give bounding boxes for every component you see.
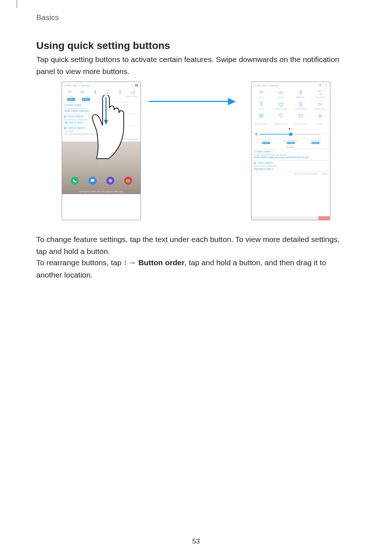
torch-toggle-icon[interactable] [258, 105, 264, 107]
page-border-stub [17, 0, 17, 8]
wifi-icon[interactable] [67, 90, 72, 95]
flight-mode-icon[interactable] [130, 90, 135, 95]
notification-android-system[interactable]: ◧ Android System ⌄ SD card For transferr… [62, 126, 140, 137]
location-toggle-icon[interactable] [317, 116, 323, 119]
wifi-toggle-icon[interactable] [258, 93, 264, 96]
heading-using-quick-settings: Using quick setting buttons [36, 40, 170, 52]
svg-line-22 [255, 133, 256, 134]
section-label: Basics [36, 13, 59, 22]
svg-point-26 [124, 260, 126, 262]
svg-point-8 [326, 86, 326, 87]
svg-point-7 [326, 85, 326, 86]
page-number: 53 [0, 537, 392, 545]
svg-line-23 [257, 135, 257, 135]
bluetooth-toggle-icon[interactable] [298, 93, 303, 96]
svg-point-27 [124, 262, 126, 263]
svg-point-17 [256, 134, 257, 135]
camera-app-icon[interactable] [124, 177, 132, 185]
svg-point-5 [320, 85, 321, 86]
notification-smart-capture[interactable]: ◧ Smart capture ⌄ Screenshot captured Ta… [62, 114, 140, 125]
sim-data-label: Mobile data [124, 95, 139, 101]
clear-notifications-link[interactable]: CLEAR [321, 173, 328, 175]
emergency-calls-label: Emergency calls only | Emergency calls o… [62, 190, 140, 193]
more-options-icon [124, 257, 127, 269]
svg-rect-11 [260, 114, 263, 117]
paragraph-rearrange: To rearrange buttons, tap → Button order… [36, 257, 352, 281]
notification-smart-capture[interactable]: ◧ Smart capture ⌄ Screenshot captured Ta… [252, 160, 330, 172]
mobile-data-toggle-icon[interactable] [317, 105, 323, 107]
paragraph-intro: Tap quick setting buttons to activate ce… [36, 54, 352, 77]
notification-smart-switch[interactable]: S Smart Switch ⌄ Copy content from old d… [252, 149, 330, 160]
swipe-result-arrow-icon [149, 99, 236, 104]
browser-app-icon[interactable] [106, 177, 114, 185]
settings-gear-icon[interactable] [318, 83, 322, 87]
settings-gear-icon[interactable] [135, 83, 138, 87]
figure-quick-settings-swipe: 12:36 | Sun, 1 January CallsB SIM 1 Text… [62, 82, 330, 225]
svg-line-24 [257, 133, 257, 134]
notification-smart-switch[interactable]: S Smart Switch ⌄ Copy content from … Sma… [62, 103, 140, 114]
auto-rotate-toggle-icon[interactable] [317, 93, 323, 96]
statusbar-time: 12:36 | Sun, 1 January [254, 84, 318, 87]
sim-texts-label: TextB SIM 1 [79, 95, 94, 101]
more-options-icon[interactable] [324, 83, 328, 87]
svg-point-28 [124, 264, 126, 265]
sim-calls-label: CallsB SIM 1 [64, 95, 79, 101]
block-notifications-link[interactable]: BLOCK NOTIFICATIONS [295, 173, 317, 175]
block-notifications-link[interactable]: BLOCK NOTIFICATIONS [62, 137, 140, 141]
svg-line-25 [255, 135, 256, 135]
performance-mode-toggle-icon[interactable] [258, 116, 264, 119]
phone-mock-quick-settings-expanded: 12:36 | Sun, 1 January Wi-Fi Vibrate Blu… [251, 82, 330, 220]
sim-panel-handle[interactable] [252, 145, 330, 149]
phone-app-icon[interactable] [71, 177, 79, 185]
svg-point-6 [326, 84, 326, 85]
do-not-disturb-toggle-icon[interactable] [298, 116, 303, 119]
statusbar-time: 12:36 | Sun, 1 January [64, 84, 135, 87]
svg-point-2 [127, 180, 128, 181]
power-saving-toggle-icon[interactable] [298, 105, 303, 107]
svg-rect-12 [261, 115, 262, 116]
messages-app-icon[interactable] [89, 177, 97, 185]
brightness-slider[interactable] [252, 131, 330, 138]
page-indicator: ● ○ [252, 126, 330, 131]
auto-rotate-icon[interactable] [105, 90, 110, 95]
u-disk-toggle-icon[interactable] [278, 116, 284, 119]
home-screen-under-panel: • □ • Emergency calls only | Emergency c… [62, 141, 140, 194]
svg-rect-1 [126, 180, 130, 182]
paragraph-change-feature: To change feature settings, tap the text… [36, 234, 352, 257]
svg-point-10 [300, 105, 301, 106]
scroll-indicator [252, 216, 330, 220]
svg-point-16 [320, 115, 321, 116]
svg-rect-13 [280, 114, 282, 117]
phone-mock-notification-panel: 12:36 | Sun, 1 January CallsB SIM 1 Text… [62, 82, 141, 220]
bluetooth-icon[interactable] [93, 90, 98, 95]
flight-mode-toggle-icon[interactable] [278, 105, 284, 107]
sound-mute-icon[interactable] [80, 90, 85, 95]
vibrate-toggle-icon[interactable] [278, 93, 284, 96]
torch-icon[interactable] [118, 90, 123, 95]
